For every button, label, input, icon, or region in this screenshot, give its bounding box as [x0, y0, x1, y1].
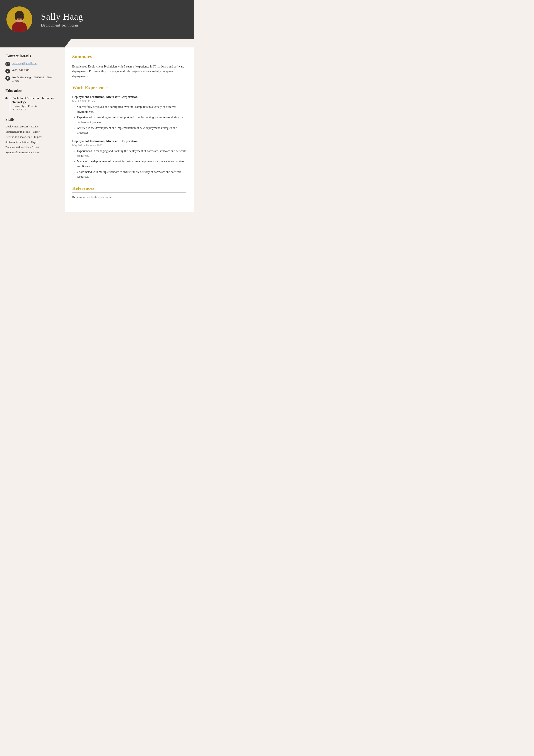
- contact-email-item: sallyhaag@gmail.com: [5, 62, 59, 67]
- education-school: University of Phoenix: [13, 104, 59, 108]
- phone-value: (836) 042 1512: [12, 68, 30, 72]
- summary-text: Experienced Deployment Technician with 5…: [72, 64, 186, 79]
- email-icon: [5, 62, 10, 67]
- svg-point-5: [21, 14, 24, 20]
- avatar: [7, 7, 32, 32]
- right-content: Summary Experienced Deployment Technicia…: [64, 47, 194, 212]
- skills-list: Deployment process - ExpertTroubleshooti…: [5, 125, 59, 154]
- phone-icon: [5, 69, 10, 73]
- job-bullets-1: Experienced in managing and tracking the…: [72, 149, 186, 179]
- svg-point-6: [17, 18, 18, 19]
- work-experience-section: Work Experience Deployment Technician, M…: [72, 85, 186, 179]
- education-section-title: Education: [5, 89, 59, 93]
- job-title-1: Deployment Technician, Microsoft Corpora…: [72, 139, 186, 143]
- contact-phone-item: (836) 042 1512: [5, 68, 59, 73]
- contact-address-item: North Mayaberg, 10865-9111, New Jersey: [5, 76, 59, 83]
- job-date-0: March 2023 - Present: [72, 99, 186, 103]
- summary-title: Summary: [72, 54, 186, 61]
- header-title: Deployment Technician: [41, 23, 83, 28]
- job-date-1: May 2021 - February 2023: [72, 144, 186, 147]
- education-section: Education Bachelor of Science in Informa…: [5, 89, 59, 111]
- skill-item: Software installation - Expert: [5, 140, 59, 144]
- main-content: Contact Details sallyhaag@gmail.com (836…: [0, 47, 194, 212]
- references-title: References: [72, 185, 186, 193]
- references-text: References available upon request: [72, 196, 186, 199]
- skill-item: Troubleshooting skills - Expert: [5, 130, 59, 133]
- email-value[interactable]: sallyhaag@gmail.com: [12, 62, 37, 65]
- chevron-right: [64, 39, 194, 47]
- education-content: Bachelor of Science in Information Techn…: [10, 96, 59, 111]
- svg-point-8: [18, 19, 20, 20]
- skill-item: Deployment process - Expert: [5, 125, 59, 128]
- location-icon: [5, 76, 10, 81]
- svg-point-7: [20, 18, 21, 19]
- work-experience-title: Work Experience: [72, 85, 186, 92]
- header: Sally Haag Deployment Technician: [0, 0, 194, 39]
- job-bullet-item: Experienced in providing technical suppo…: [77, 115, 186, 125]
- references-section: References References available upon req…: [72, 185, 186, 199]
- skill-item: Documentation skills - Expert: [5, 146, 59, 149]
- job-bullet-item: Experienced in managing and tracking the…: [77, 149, 186, 158]
- job-bullet-item: Coordinated with multiple vendors to ens…: [77, 170, 186, 179]
- job-bullet-item: Assisted in the development and implemen…: [77, 126, 186, 135]
- education-bullet: [5, 97, 8, 99]
- svg-point-4: [15, 14, 18, 20]
- education-years: 2017 - 2021: [13, 108, 59, 111]
- job-bullet-item: Successfully deployed and configured ove…: [77, 105, 186, 114]
- header-name: Sally Haag: [41, 12, 83, 22]
- skill-item: Networking knowledge - Expert: [5, 135, 59, 139]
- header-info: Sally Haag Deployment Technician: [41, 12, 83, 28]
- sidebar: Contact Details sallyhaag@gmail.com (836…: [0, 47, 64, 212]
- education-degree: Bachelor of Science in Information Techn…: [13, 96, 59, 104]
- chevron-decoration: [0, 39, 194, 47]
- skills-section: Skills Deployment process - ExpertTroubl…: [5, 117, 59, 154]
- address-value: North Mayaberg, 10865-9111, New Jersey: [12, 76, 59, 83]
- skills-section-title: Skills: [5, 117, 59, 122]
- job-bullet-item: Managed the deployment of network infras…: [77, 159, 186, 169]
- jobs-list: Deployment Technician, Microsoft Corpora…: [72, 95, 186, 179]
- education-item: Bachelor of Science in Information Techn…: [5, 96, 59, 111]
- summary-section: Summary Experienced Deployment Technicia…: [72, 54, 186, 79]
- job-bullets-0: Successfully deployed and configured ove…: [72, 105, 186, 135]
- contact-section: Contact Details sallyhaag@gmail.com (836…: [5, 54, 59, 83]
- skill-item: System administration - Expert: [5, 151, 59, 154]
- chevron-left: [0, 39, 64, 47]
- contact-section-title: Contact Details: [5, 54, 59, 58]
- job-title-0: Deployment Technician, Microsoft Corpora…: [72, 95, 186, 99]
